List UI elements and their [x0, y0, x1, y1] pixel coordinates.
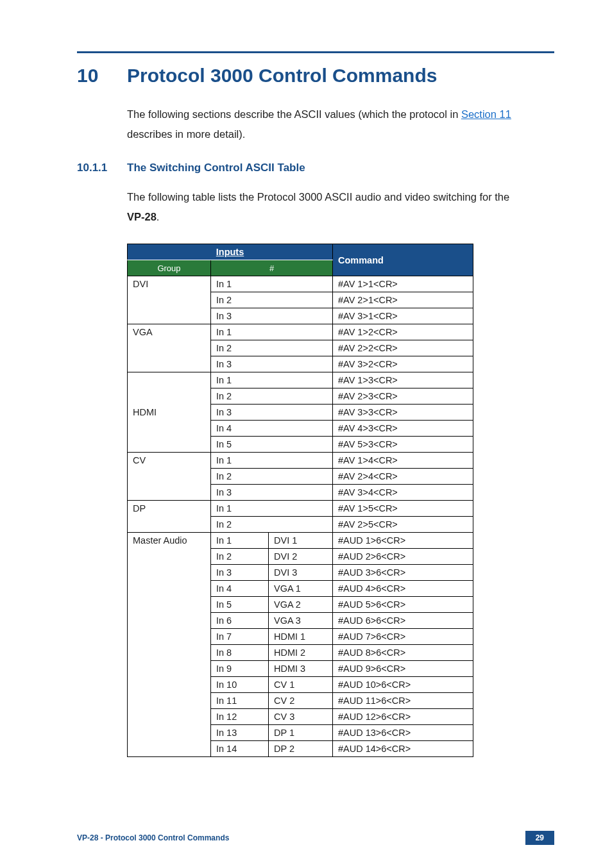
intro-text-2: describes in more detail). [127, 128, 245, 140]
product-name: VP-28 [127, 211, 157, 222]
input-number-cell: In 9 [211, 661, 269, 677]
group-cell: Master Audio [128, 533, 211, 757]
page-footer: VP-28 - Protocol 3000 Control Commands 2… [77, 831, 554, 845]
input-number-cell: In 5 [211, 597, 269, 613]
input-number-cell: In 8 [211, 645, 269, 661]
command-cell: #AV 1>4<CR> [333, 453, 473, 469]
command-cell: #AUD 13>6<CR> [333, 725, 473, 741]
footer-text: VP-28 - Protocol 3000 Control Commands [77, 833, 229, 842]
input-number-cell: In 2 [211, 549, 269, 565]
ascii-command-table: Inputs Command Group # DVIIn 1#AV 1>1<CR… [127, 244, 473, 757]
table-row: CVIn 1#AV 1>4<CR> [128, 453, 473, 469]
command-cell: #AV 3>4<CR> [333, 485, 473, 501]
input-number-cell: In 4 [211, 421, 333, 437]
input-number-cell: In 12 [211, 709, 269, 725]
input-number-cell: In 1 [211, 501, 333, 517]
input-number-cell: In 3 [211, 405, 333, 421]
command-cell: #AUD 11>6<CR> [333, 693, 473, 709]
input-sub-cell: VGA 1 [269, 581, 333, 597]
input-number-cell: In 4 [211, 581, 269, 597]
command-cell: #AV 2>1<CR> [333, 292, 473, 308]
group-cell: VGA [128, 324, 211, 372]
input-number-cell: In 1 [211, 372, 333, 388]
command-cell: #AV 2>5<CR> [333, 517, 473, 533]
input-sub-cell: DP 1 [269, 725, 333, 741]
table-row: HDMIIn 1#AV 1>3<CR> [128, 372, 473, 388]
command-cell: #AV 1>2<CR> [333, 324, 473, 340]
input-sub-cell: CV 3 [269, 709, 333, 725]
input-number-cell: In 1 [211, 324, 333, 340]
th-command: Command [333, 244, 473, 276]
th-group: Group [128, 260, 211, 276]
group-cell: DP [128, 501, 211, 533]
command-cell: #AV 1>1<CR> [333, 276, 473, 292]
th-inputs: Inputs [128, 244, 333, 260]
table-row: DVIIn 1#AV 1>1<CR> [128, 276, 473, 292]
input-number-cell: In 1 [211, 533, 269, 549]
group-cell: DVI [128, 276, 211, 324]
sub-intro-paragraph: The following table lists the Protocol 3… [127, 187, 554, 228]
command-cell: #AUD 10>6<CR> [333, 677, 473, 693]
table-row: Master AudioIn 1DVI 1#AUD 1>6<CR> [128, 533, 473, 549]
command-cell: #AV 3>1<CR> [333, 308, 473, 324]
subheading-number: 10.1.1 [77, 162, 127, 174]
command-cell: #AUD 8>6<CR> [333, 645, 473, 661]
page-number: 29 [525, 831, 554, 845]
section-rule [77, 51, 554, 53]
input-number-cell: In 3 [211, 565, 269, 581]
heading-number: 10 [77, 65, 127, 87]
input-number-cell: In 6 [211, 613, 269, 629]
command-cell: #AV 1>5<CR> [333, 501, 473, 517]
command-cell: #AUD 14>6<CR> [333, 741, 473, 757]
command-cell: #AUD 7>6<CR> [333, 629, 473, 645]
section-11-link[interactable]: Section 11 [461, 108, 511, 120]
input-number-cell: In 10 [211, 677, 269, 693]
input-sub-cell: VGA 3 [269, 613, 333, 629]
group-cell: HDMI [128, 372, 211, 453]
command-cell: #AUD 6>6<CR> [333, 613, 473, 629]
input-number-cell: In 3 [211, 308, 333, 324]
command-cell: #AUD 1>6<CR> [333, 533, 473, 549]
command-cell: #AUD 3>6<CR> [333, 565, 473, 581]
input-number-cell: In 1 [211, 453, 333, 469]
input-number-cell: In 5 [211, 437, 333, 453]
input-number-cell: In 2 [211, 340, 333, 356]
group-cell: CV [128, 453, 211, 501]
input-sub-cell: VGA 2 [269, 597, 333, 613]
th-hash: # [211, 260, 333, 276]
command-cell: #AV 5>3<CR> [333, 437, 473, 453]
command-cell: #AV 3>2<CR> [333, 356, 473, 372]
command-cell: #AUD 5>6<CR> [333, 597, 473, 613]
input-number-cell: In 13 [211, 725, 269, 741]
command-cell: #AUD 12>6<CR> [333, 709, 473, 725]
input-number-cell: In 2 [211, 517, 333, 533]
input-sub-cell: HDMI 2 [269, 645, 333, 661]
input-sub-cell: HDMI 1 [269, 629, 333, 645]
input-number-cell: In 1 [211, 276, 333, 292]
command-cell: #AUD 4>6<CR> [333, 581, 473, 597]
table-row: VGAIn 1#AV 1>2<CR> [128, 324, 473, 340]
input-sub-cell: CV 2 [269, 693, 333, 709]
command-cell: #AV 2>4<CR> [333, 469, 473, 485]
command-cell: #AV 3>3<CR> [333, 405, 473, 421]
input-sub-cell: DVI 3 [269, 565, 333, 581]
subintro-text: The following table lists the Protocol 3… [127, 191, 509, 203]
command-cell: #AV 4>3<CR> [333, 421, 473, 437]
subintro-dot: . [157, 211, 160, 222]
heading-2: 10.1.1 The Switching Control ASCII Table [77, 162, 554, 174]
command-cell: #AV 2>3<CR> [333, 388, 473, 405]
input-sub-cell: DP 2 [269, 741, 333, 757]
command-cell: #AUD 2>6<CR> [333, 549, 473, 565]
table-row: DPIn 1#AV 1>5<CR> [128, 501, 473, 517]
input-number-cell: In 11 [211, 693, 269, 709]
command-cell: #AV 2>2<CR> [333, 340, 473, 356]
heading-1: 10 Protocol 3000 Control Commands [77, 65, 554, 87]
input-number-cell: In 14 [211, 741, 269, 757]
input-sub-cell: CV 1 [269, 677, 333, 693]
heading-title: Protocol 3000 Control Commands [127, 65, 437, 87]
command-cell: #AUD 9>6<CR> [333, 661, 473, 677]
subheading-title: The Switching Control ASCII Table [127, 162, 305, 174]
input-sub-cell: DVI 2 [269, 549, 333, 565]
input-sub-cell: DVI 1 [269, 533, 333, 549]
input-number-cell: In 3 [211, 356, 333, 372]
